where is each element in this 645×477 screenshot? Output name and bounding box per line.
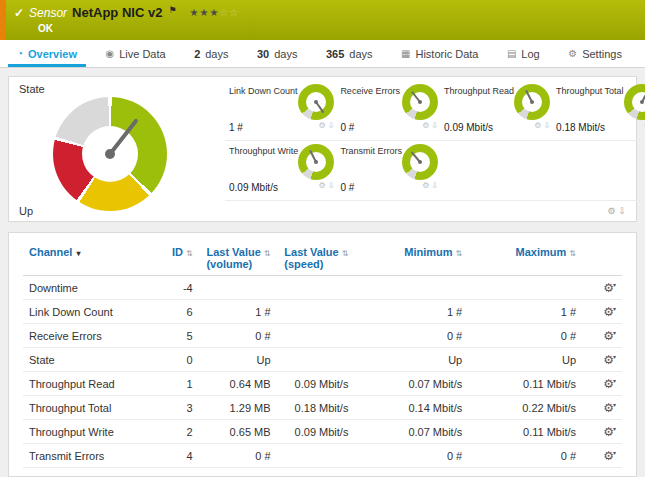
pin-icon[interactable]: ⇩ [618,206,626,216]
channel-tile-throughput-read[interactable]: Throughput Read 0.09 Mbit/s ⚙⇩ [440,81,552,141]
channel-filter-dropdown-icon[interactable]: ▾ [76,249,80,258]
tab-settings[interactable]: ⚙ Settings [559,40,631,67]
col-last-value-volume[interactable]: Last Value⇅(volume) [197,241,275,276]
channel-settings-button[interactable]: ⚙▾ [603,329,616,343]
col-actions [580,241,622,276]
priority-stars[interactable]: ★★★☆☆ [189,7,239,18]
tab-number: 2 [194,48,200,60]
cell-last-speed [275,324,353,348]
col-channel[interactable]: Channel▾ [23,241,155,276]
gear-icon[interactable]: ⚙ [422,181,429,190]
tab-log[interactable]: ▤ Log [498,40,549,67]
tab-2-days[interactable]: 2 days [185,40,237,67]
cell-channel[interactable]: Link Down Count [23,300,155,324]
sort-icon[interactable]: ⇅ [569,249,576,258]
cell-maximum: 1 # [466,300,580,324]
channel-settings-button[interactable]: ⚙▾ [603,281,616,295]
cell-channel[interactable]: State [23,348,155,372]
table-header-row: Channel▾ ID⇅ Last Value⇅(volume) Last Va… [23,241,622,276]
channel-row-downtime[interactable]: Downtime -4 ⚙▾ [23,276,622,300]
channel-settings-button[interactable]: ⚙▾ [603,305,616,319]
tab-label: Live Data [119,48,165,60]
tab-30-days[interactable]: 30 days [248,40,307,67]
pin-icon[interactable]: ⇩ [431,121,438,130]
channels-table-panel: Channel▾ ID⇅ Last Value⇅(volume) Last Va… [8,232,637,477]
gear-icon[interactable]: ⚙ [534,121,541,130]
channel-row-link-down-count[interactable]: Link Down Count 6 1 # 1 # 1 # ⚙▾ [23,300,622,324]
cell-minimum: 0.07 Mbit/s [352,372,466,396]
sensor-kind-label: Sensor [29,6,67,20]
sort-icon[interactable]: ⇅ [264,249,271,258]
cell-channel[interactable]: Downtime [23,276,155,300]
channel-row-throughput-write[interactable]: Throughput Write 2 0.65 MB 0.09 Mbit/s 0… [23,420,622,444]
channel-title: Link Down Count [229,86,298,96]
tile-gauge-area: ⚙⇩ [402,84,438,140]
pin-icon[interactable]: ⇩ [543,121,550,130]
channel-row-throughput-total[interactable]: Throughput Total 3 1.29 MB 0.18 Mbit/s 0… [23,396,622,420]
cell-last-volume: 0 # [197,324,275,348]
tab-live-data[interactable]: ◉ Live Data [96,40,174,67]
sensor-header: ✓ Sensor NetApp NIC v2 ⚑ ★★★☆☆ OK [0,0,645,40]
pin-icon[interactable]: ⇩ [328,121,335,130]
cell-maximum: 0 # [466,444,580,468]
gauge-hub [418,160,422,164]
channel-settings-button[interactable]: ⚙▾ [603,425,616,439]
cell-channel[interactable]: Throughput Read [23,372,155,396]
channel-value: 0.18 Mbit/s [556,122,623,133]
tab-historic-data[interactable]: ▦ Historic Data [392,40,487,67]
sort-icon[interactable]: ⇅ [456,249,463,258]
pin-icon[interactable]: ⇩ [431,181,438,190]
channel-tile-receive-errors[interactable]: Receive Errors 0 # ⚙⇩ [336,81,440,141]
state-channel-tile[interactable]: State [9,77,221,221]
channel-row-throughput-read[interactable]: Throughput Read 1 0.64 MB 0.09 Mbit/s 0.… [23,372,622,396]
col-id[interactable]: ID⇅ [155,241,197,276]
channel-row-transmit-errors[interactable]: Transmit Errors 4 0 # 0 # 0 # ⚙▾ [23,444,622,468]
cell-last-speed [275,348,353,372]
gear-icon[interactable]: ⚙ [422,121,429,130]
dropdown-icon: ▾ [613,378,616,384]
tile-text: Throughput Read 0.09 Mbit/s [444,84,514,140]
col-label: Last Value [284,246,338,258]
channel-title: Throughput Read [444,86,514,96]
channel-tile-throughput-write[interactable]: Throughput Write 0.09 Mbit/s ⚙⇩ [225,141,336,201]
stars-empty: ☆☆ [219,7,239,18]
channel-tile-link-down-count[interactable]: Link Down Count 1 # ⚙⇩ [225,81,336,141]
channel-gauge [298,84,334,120]
channel-row-receive-errors[interactable]: Receive Errors 5 0 # 0 # 0 # ⚙▾ [23,324,622,348]
col-maximum[interactable]: Maximum⇅ [466,241,580,276]
cell-minimum: 0 # [352,444,466,468]
prtg-sensor-page: ✓ Sensor NetApp NIC v2 ⚑ ★★★☆☆ OK ◔ Over… [0,0,645,477]
gear-icon[interactable]: ⚙ [319,121,326,130]
pin-icon[interactable]: ⇩ [328,181,335,190]
cell-last-volume: 0 # [197,444,275,468]
tab-label: Historic Data [415,48,478,60]
content: State Link Down Count 1 # ⚙⇩ [0,68,645,477]
col-last-value-speed[interactable]: Last Value⇅(speed) [275,241,353,276]
gear-icon[interactable]: ⚙ [607,206,615,216]
sort-icon[interactable]: ⇅ [342,249,349,258]
sort-icon[interactable]: ⇅ [186,249,193,258]
tab-overview[interactable]: ◔ Overview [8,40,86,67]
tab-label: days [349,48,372,60]
tab-365-days[interactable]: 365 days [317,40,382,67]
flag-icon[interactable]: ⚑ [168,5,176,15]
cell-channel[interactable]: Receive Errors [23,324,155,348]
channel-settings-button[interactable]: ⚙▾ [603,449,616,463]
channel-settings-button[interactable]: ⚙▾ [603,377,616,391]
gear-icon[interactable]: ⚙ [319,181,326,190]
channel-settings-button[interactable]: ⚙▾ [603,401,616,415]
channel-tile-throughput-total[interactable]: Throughput Total 0.18 Mbit/s ⚙⇩ [552,81,645,141]
channel-row-state[interactable]: State 0 Up Up Up ⚙▾ [23,348,622,372]
cell-maximum: 0.11 Mbit/s [466,372,580,396]
channel-tile-transmit-errors[interactable]: Transmit Errors 0 # ⚙⇩ [336,141,440,201]
cell-channel[interactable]: Throughput Total [23,396,155,420]
gauge-hub [530,100,534,104]
col-minimum[interactable]: Minimum⇅ [352,241,466,276]
cell-last-volume: 1 # [197,300,275,324]
cell-channel[interactable]: Transmit Errors [23,444,155,468]
col-label: Maximum [516,246,567,258]
col-label: Last Value [206,246,260,258]
state-gauge [53,97,167,211]
cell-channel[interactable]: Throughput Write [23,420,155,444]
channel-settings-button[interactable]: ⚙▾ [603,353,616,367]
